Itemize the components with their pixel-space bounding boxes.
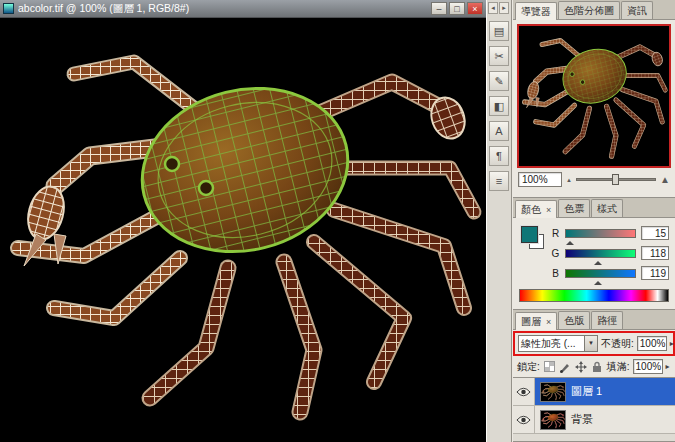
layer-name[interactable]: 圖層 1: [571, 384, 602, 399]
blue-channel-row: B 119: [551, 264, 669, 282]
layers-panel: 圖層 × 色版 路徑 線性加亮 (... ▼ 不透明: 100% ▸ 鎖定:: [513, 310, 675, 442]
blue-slider[interactable]: [565, 269, 636, 278]
tab-paths[interactable]: 路徑: [591, 311, 623, 329]
opacity-field[interactable]: 100%: [637, 336, 667, 351]
dock-history-icon[interactable]: ▤: [489, 21, 509, 41]
maximize-button[interactable]: □: [449, 2, 465, 15]
tab-histogram[interactable]: 色階分佈圖: [558, 1, 620, 19]
dock-swatches-icon[interactable]: ◧: [489, 96, 509, 116]
fill-field[interactable]: 100%: [633, 359, 663, 374]
green-value-field[interactable]: 118: [641, 246, 669, 260]
minimize-button[interactable]: –: [431, 2, 447, 15]
navigator-panel: 導覽器 色階分佈圖 資訊 100% ▲ ▲: [513, 0, 675, 198]
tab-navigator[interactable]: 導覽器: [515, 2, 557, 20]
dock-menu-icon[interactable]: ≡: [489, 171, 509, 191]
canvas[interactable]: [0, 18, 486, 442]
blue-channel-label: B: [551, 268, 560, 279]
foreground-swatch[interactable]: [521, 226, 538, 243]
opacity-spinner-icon[interactable]: ▸: [670, 339, 674, 348]
dock-scissors-icon[interactable]: ✂: [489, 46, 509, 66]
close-button[interactable]: ×: [467, 2, 483, 15]
fill-spinner-icon[interactable]: ▸: [666, 362, 670, 371]
red-channel-label: R: [551, 228, 560, 239]
layer-row[interactable]: 背景: [513, 406, 675, 434]
navigator-proxy-image: [519, 26, 669, 166]
lock-all-icon[interactable]: [591, 360, 604, 373]
layer-row[interactable]: 圖層 1: [513, 378, 675, 406]
document-icon: [3, 3, 14, 14]
lock-position-icon[interactable]: [575, 360, 588, 373]
layers-tabbar: 圖層 × 色版 路徑: [513, 310, 675, 330]
dock-collapse-right-icon[interactable]: ▸: [499, 2, 509, 14]
green-slider[interactable]: [565, 249, 636, 258]
tab-info[interactable]: 資訊: [621, 1, 653, 19]
panel-dock: ◂ ▸ ▤ ✂ ✎ ◧ A ¶ ≡: [486, 0, 512, 442]
blend-mode-value: 線性加亮 (...: [519, 337, 584, 351]
color-swatches: [519, 224, 551, 256]
close-tab-icon[interactable]: ×: [546, 317, 551, 327]
lock-pixels-icon[interactable]: [559, 360, 572, 373]
lock-transparency-icon[interactable]: [543, 360, 556, 373]
zoom-slider[interactable]: [576, 178, 656, 181]
visibility-toggle[interactable]: [513, 378, 535, 405]
zoom-slider-handle[interactable]: [612, 174, 619, 185]
blend-mode-select[interactable]: 線性加亮 (... ▼: [518, 335, 598, 352]
blend-mode-row-highlighted: 線性加亮 (... ▼ 不透明: 100% ▸: [513, 331, 675, 356]
dock-header: ◂ ▸: [487, 0, 511, 16]
tab-styles[interactable]: 樣式: [591, 199, 623, 217]
document-title: abcolor.tif @ 100% (圖層 1, RGB/8#): [18, 2, 427, 16]
lock-label: 鎖定:: [517, 360, 540, 374]
layer-thumbnail[interactable]: [540, 382, 566, 402]
document-titlebar[interactable]: abcolor.tif @ 100% (圖層 1, RGB/8#) – □ ×: [0, 0, 486, 18]
zoom-in-icon[interactable]: ▲: [660, 174, 670, 185]
crab-image: [0, 18, 486, 442]
layer-name[interactable]: 背景: [571, 412, 593, 427]
navigator-preview[interactable]: [517, 24, 671, 168]
dock-pen-icon[interactable]: ✎: [489, 71, 509, 91]
lock-row: 鎖定: 填滿: 100% ▸: [513, 357, 675, 377]
dock-collapse-left-icon[interactable]: ◂: [488, 2, 498, 14]
red-channel-row: R 15: [551, 224, 669, 242]
red-slider[interactable]: [565, 229, 636, 238]
blue-value-field[interactable]: 119: [641, 266, 669, 280]
green-slider-marker[interactable]: [594, 257, 602, 265]
chevron-down-icon[interactable]: ▼: [584, 336, 597, 351]
fill-label: 填滿:: [607, 360, 630, 374]
dock-type-icon[interactable]: A: [489, 121, 509, 141]
color-panel: 顏色 × 色票 樣式 R 15 G: [513, 198, 675, 310]
layer-thumbnail[interactable]: [540, 410, 566, 430]
tab-channels[interactable]: 色版: [558, 311, 590, 329]
layer-list: 圖層 1 背景: [513, 377, 675, 441]
document-window: abcolor.tif @ 100% (圖層 1, RGB/8#) – □ ×: [0, 0, 486, 442]
zoom-field[interactable]: 100%: [518, 172, 562, 187]
green-channel-label: G: [551, 248, 560, 259]
dock-paragraph-icon[interactable]: ¶: [489, 146, 509, 166]
tab-swatches[interactable]: 色票: [558, 199, 590, 217]
tab-color[interactable]: 顏色 ×: [515, 200, 557, 218]
photoshop-app: abcolor.tif @ 100% (圖層 1, RGB/8#) – □ × …: [0, 0, 675, 442]
navigator-zoom-row: 100% ▲ ▲: [513, 170, 675, 189]
green-channel-row: G 118: [551, 244, 669, 262]
window-controls: – □ ×: [431, 2, 483, 15]
color-tabbar: 顏色 × 色票 樣式: [513, 198, 675, 218]
panel-column: 導覽器 色階分佈圖 資訊 100% ▲ ▲ 顏色 × 色票: [513, 0, 675, 442]
opacity-label: 不透明:: [601, 337, 634, 351]
red-value-field[interactable]: 15: [641, 226, 669, 240]
red-slider-marker[interactable]: [566, 237, 574, 245]
visibility-toggle[interactable]: [513, 406, 535, 433]
color-body: R 15 G 118 B 119: [513, 218, 675, 282]
color-spectrum-ramp[interactable]: [519, 289, 669, 302]
tab-layers[interactable]: 圖層 ×: [515, 312, 557, 330]
blue-slider-marker[interactable]: [594, 277, 602, 285]
zoom-out-icon[interactable]: ▲: [566, 177, 572, 183]
close-tab-icon[interactable]: ×: [546, 205, 551, 215]
channel-sliders: R 15 G 118 B 119: [551, 224, 669, 282]
navigator-tabbar: 導覽器 色階分佈圖 資訊: [513, 0, 675, 20]
